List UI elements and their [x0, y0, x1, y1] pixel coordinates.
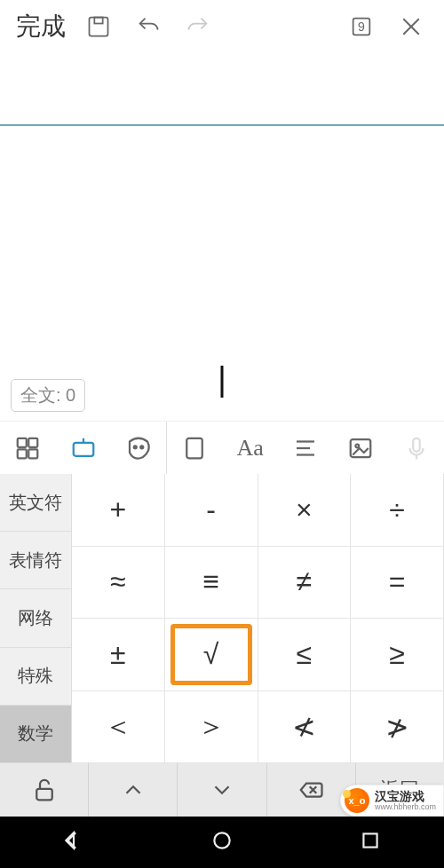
- editor-area[interactable]: 全文: 0: [0, 53, 444, 421]
- align-icon[interactable]: [278, 422, 333, 474]
- sym-geq[interactable]: ≥: [351, 619, 444, 691]
- svg-rect-0: [90, 18, 108, 36]
- svg-rect-22: [36, 789, 52, 801]
- svg-rect-10: [73, 442, 93, 455]
- image-icon[interactable]: [333, 422, 388, 474]
- svg-rect-9: [28, 449, 37, 458]
- watermark-logo-icon: x_o: [345, 788, 369, 813]
- sym-mult[interactable]: ×: [258, 474, 352, 547]
- symbol-keyboard: 英文符 表情符 网络 特殊 数学 + - × ÷ ≈ ≡ ≠ = ± √ ≤ ≥…: [0, 474, 444, 763]
- symcat-special[interactable]: 特殊: [0, 648, 72, 706]
- svg-rect-6: [18, 438, 27, 446]
- symcat-math[interactable]: 数学: [0, 706, 72, 763]
- sym-div[interactable]: ÷: [351, 474, 444, 547]
- system-nav-bar: [0, 817, 444, 868]
- svg-rect-7: [28, 438, 37, 446]
- watermark-sub: www.hbherb.com: [375, 803, 436, 811]
- save-icon[interactable]: [76, 0, 121, 53]
- symcat-network[interactable]: 网络: [0, 589, 72, 647]
- sym-lt[interactable]: ＜: [72, 691, 165, 764]
- svg-rect-1: [94, 18, 102, 24]
- sym-identical[interactable]: ≡: [165, 547, 258, 619]
- apps-icon[interactable]: [0, 422, 55, 474]
- emoji-icon[interactable]: [111, 422, 166, 474]
- svg-point-12: [134, 446, 137, 448]
- fullscreen-icon[interactable]: [167, 422, 222, 474]
- symcat-english[interactable]: 英文符: [0, 474, 72, 532]
- redo-icon: [176, 0, 220, 53]
- svg-point-13: [140, 446, 143, 448]
- sym-leq[interactable]: ≤: [258, 619, 352, 691]
- format-bar: Aa: [0, 421, 444, 474]
- symcat-emoji[interactable]: 表情符: [0, 532, 72, 589]
- sym-eq[interactable]: =: [351, 547, 444, 619]
- nav-home-icon[interactable]: [210, 829, 234, 856]
- sym-minus[interactable]: -: [165, 474, 258, 547]
- svg-rect-20: [413, 438, 420, 451]
- watermark: x_o 汉宝游戏 www.hbherb.com: [340, 785, 444, 817]
- sym-gt[interactable]: ＞: [165, 691, 258, 764]
- lock-toggle-icon[interactable]: [0, 763, 89, 817]
- text-cursor: [221, 366, 224, 398]
- svg-text:9: 9: [358, 20, 365, 34]
- top-toolbar: 完成 9: [0, 0, 444, 53]
- chevron-up-icon[interactable]: [89, 763, 178, 817]
- sym-notgt[interactable]: ≯: [351, 691, 444, 764]
- sym-notlt[interactable]: ≮: [258, 691, 352, 764]
- svg-rect-14: [187, 438, 203, 458]
- sym-approx[interactable]: ≈: [72, 547, 165, 619]
- keyboard-toggle-icon[interactable]: [55, 422, 110, 474]
- sym-pm[interactable]: ±: [72, 619, 165, 691]
- sym-neq[interactable]: ≠: [258, 547, 352, 619]
- symbol-category-list: 英文符 表情符 网络 特殊 数学: [0, 474, 72, 763]
- sym-plus[interactable]: +: [72, 474, 165, 547]
- watermark-title: 汉宝游戏: [375, 790, 436, 803]
- svg-point-19: [356, 444, 360, 447]
- nav-recent-icon[interactable]: [359, 829, 382, 856]
- close-icon[interactable]: [389, 0, 433, 53]
- undo-icon[interactable]: [126, 0, 170, 53]
- keypad-icon[interactable]: 9: [339, 0, 384, 53]
- done-button[interactable]: 完成: [11, 10, 71, 43]
- chevron-down-icon[interactable]: [178, 763, 266, 817]
- sym-sqrt[interactable]: √: [165, 619, 258, 691]
- mic-icon: [389, 422, 444, 474]
- font-icon[interactable]: Aa: [223, 422, 278, 474]
- svg-point-26: [214, 832, 229, 848]
- nav-back-icon[interactable]: [62, 829, 85, 856]
- symbol-grid: + - × ÷ ≈ ≡ ≠ = ± √ ≤ ≥ ＜ ＞ ≮ ≯: [72, 474, 444, 763]
- wordcount-pill: 全文: 0: [11, 379, 85, 412]
- svg-rect-8: [18, 449, 27, 458]
- svg-rect-27: [363, 833, 377, 847]
